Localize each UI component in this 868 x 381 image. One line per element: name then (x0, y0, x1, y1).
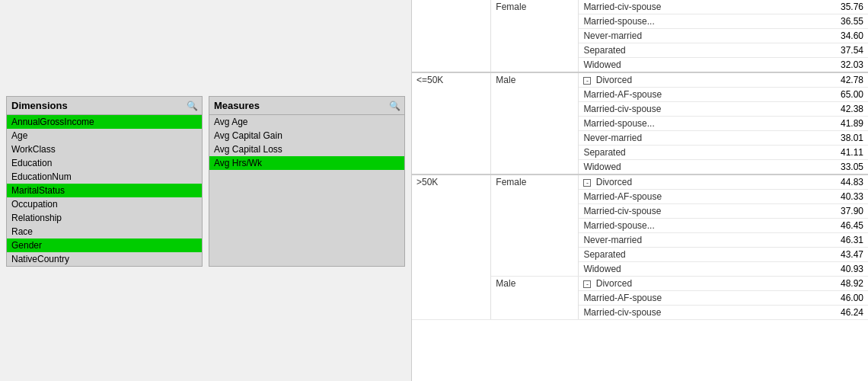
value-cell: 48.92 (769, 277, 868, 291)
value-cell: 42.38 (769, 102, 868, 117)
measures-search-icon[interactable]: 🔍 (389, 101, 400, 111)
collapse-icon[interactable]: - (583, 77, 591, 85)
value-cell: 46.45 (769, 219, 868, 233)
gender-cell: Male (491, 277, 579, 320)
list-item[interactable]: Occupation (7, 197, 202, 211)
marital-cell: Married-AF-spouse (579, 190, 769, 204)
list-item[interactable]: Relationship (7, 211, 202, 225)
dimensions-title: Dimensions (11, 100, 68, 111)
dimensions-panel: Dimensions 🔍 AnnualGrossIncome Age WorkC… (6, 96, 203, 267)
table-row: <=50K Male - Divorced 42.78 (412, 72, 868, 88)
marital-cell: Married-spouse... (579, 117, 769, 131)
marital-cell: - Divorced (579, 277, 769, 291)
dimensions-search-icon[interactable]: 🔍 (187, 101, 197, 111)
value-cell: 37.90 (769, 204, 868, 219)
marital-cell: Married-civ-spouse (579, 306, 769, 320)
value-cell: 37.54 (769, 43, 868, 58)
marital-cell: Never-married (579, 233, 769, 248)
measures-header: Measures 🔍 (209, 97, 404, 115)
list-item[interactable]: Race (7, 225, 202, 239)
list-item[interactable]: Gender (7, 239, 202, 252)
marital-cell: Married-AF-spouse (579, 88, 769, 102)
list-item[interactable]: Avg Capital Loss (209, 142, 404, 156)
collapse-icon[interactable]: - (583, 179, 591, 187)
marital-cell: - Divorced (579, 72, 769, 88)
marital-cell: Married-spouse... (579, 14, 769, 29)
value-cell: 32.03 (769, 58, 868, 73)
marital-cell: Widowed (579, 160, 769, 175)
marital-cell: Never-married (579, 29, 769, 43)
value-cell: 38.01 (769, 131, 868, 146)
marital-cell: Separated (579, 43, 769, 58)
value-cell: 36.55 (769, 14, 868, 29)
marital-cell: Married-spouse... (579, 219, 769, 233)
marital-cell: Married-civ-spouse (579, 204, 769, 219)
left-panel: Dimensions 🔍 AnnualGrossIncome Age WorkC… (0, 0, 411, 381)
list-item[interactable]: MaritalStatus (7, 184, 202, 197)
dimensions-header: Dimensions 🔍 (7, 97, 202, 115)
list-item[interactable]: NativeCountry (7, 252, 202, 266)
value-cell: 46.31 (769, 233, 868, 248)
value-cell: 41.11 (769, 146, 868, 160)
collapse-icon[interactable]: - (583, 280, 591, 288)
marital-cell: - Divorced (579, 174, 769, 190)
marital-cell: Separated (579, 146, 769, 160)
list-item[interactable]: Avg Hrs/Wk (209, 156, 404, 170)
marital-cell: Separated (579, 248, 769, 262)
table-row: >50K Female - Divorced 44.83 (412, 174, 868, 190)
value-cell: 43.47 (769, 248, 868, 262)
list-item[interactable]: EducationNum (7, 170, 202, 184)
list-item[interactable]: Avg Capital Gain (209, 129, 404, 142)
table-row: Female Married-civ-spouse 35.76 (412, 0, 868, 14)
income-cell: <=50K (412, 72, 491, 174)
marital-cell: Married-AF-spouse (579, 291, 769, 306)
value-cell: 42.78 (769, 72, 868, 88)
value-cell: 46.00 (769, 291, 868, 306)
value-cell: 44.83 (769, 174, 868, 190)
income-cell: >50K (412, 174, 491, 320)
value-cell: 65.00 (769, 88, 868, 102)
right-panel: Female Married-civ-spouse 35.76 Married-… (411, 0, 868, 381)
marital-cell: Married-civ-spouse (579, 102, 769, 117)
value-cell: 40.93 (769, 262, 868, 277)
panels-row: Dimensions 🔍 AnnualGrossIncome Age WorkC… (6, 96, 405, 267)
data-table: Female Married-civ-spouse 35.76 Married-… (412, 0, 868, 320)
value-cell: 35.76 (769, 0, 868, 14)
list-item[interactable]: Avg Age (209, 115, 404, 129)
value-cell: 41.89 (769, 117, 868, 131)
marital-cell: Widowed (579, 58, 769, 73)
list-item[interactable]: Education (7, 156, 202, 170)
dimensions-list: AnnualGrossIncome Age WorkClass Educatio… (7, 115, 202, 266)
marital-cell: Married-civ-spouse (579, 0, 769, 14)
list-item[interactable]: Age (7, 129, 202, 142)
measures-title: Measures (214, 100, 260, 111)
gender-cell: Male (491, 72, 579, 174)
list-item[interactable]: AnnualGrossIncome (7, 115, 202, 129)
value-cell: 33.05 (769, 160, 868, 175)
list-item[interactable]: WorkClass (7, 142, 202, 156)
marital-cell: Widowed (579, 262, 769, 277)
measures-list: Avg Age Avg Capital Gain Avg Capital Los… (209, 115, 404, 170)
value-cell: 40.33 (769, 190, 868, 204)
top-left-area (6, 6, 405, 90)
value-cell: 46.24 (769, 306, 868, 320)
measures-panel: Measures 🔍 Avg Age Avg Capital Gain Avg … (209, 96, 405, 267)
marital-cell: Never-married (579, 131, 769, 146)
value-cell: 34.60 (769, 29, 868, 43)
gender-cell: Female (491, 174, 579, 277)
gender-cell: Female (491, 0, 579, 72)
income-cell (412, 0, 491, 72)
